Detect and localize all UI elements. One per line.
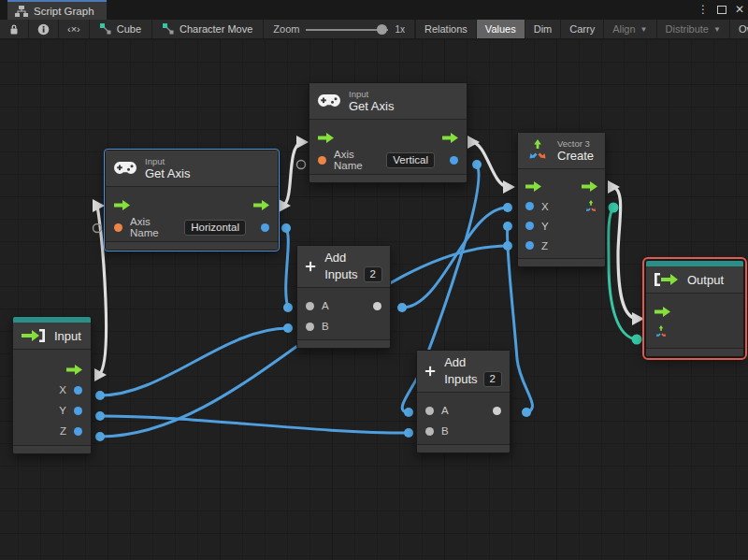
info-button[interactable] [29,20,59,38]
lock-button[interactable] [0,20,29,38]
control-in-arrow-vector3[interactable] [503,180,515,194]
zoom-slider-track [306,29,388,31]
wire-getaxis-h-to-add1-a[interactable] [286,228,289,308]
port-b[interactable] [425,427,434,436]
port-label-axis-name: Axis Name [130,216,177,238]
port-y[interactable] [74,407,82,415]
graph-icon [163,23,174,35]
axis-name-value-field[interactable]: Horizontal [184,220,246,236]
zoom-value: 1x [395,24,405,35]
breadcrumb-label: Cube [117,23,141,35]
node-add-1[interactable]: Add Inputs 2 A B [296,245,391,349]
values-button[interactable]: Values [477,20,525,38]
chevron-down-icon: ▼ [640,25,648,34]
string-port[interactable] [318,156,326,165]
node-output-event[interactable]: Output [645,260,744,357]
port-dot-vector3-x-in[interactable] [503,203,512,212]
port-dot-input-x-out[interactable] [95,391,105,400]
inputs-count-field[interactable]: 2 [364,266,382,282]
output-event-icon [654,272,679,287]
port-dot-add2-a-in[interactable] [404,408,413,417]
control-in-port-icon[interactable] [318,133,334,143]
axis-name-value-field[interactable]: Vertical [386,152,435,168]
tab-script-graph[interactable]: Script Graph [7,0,107,20]
info-icon [37,23,50,36]
wire-input-x-to-add1-b[interactable] [100,328,288,395]
graph-canvas[interactable]: Input X Y Z [0,39,748,560]
breadcrumb-character-move[interactable]: Character Move [152,20,264,38]
wire-add1-to-vector3-x[interactable] [402,208,508,308]
wire-control-getaxis-h-to-getaxis-v[interactable] [283,142,301,206]
port-dot-add1-a-in[interactable] [283,303,293,312]
control-out-arrow-getaxis-h[interactable] [279,199,291,212]
float-out-port[interactable] [261,223,269,232]
port-dot-vector3-z-in[interactable] [503,241,512,251]
port-y[interactable] [525,222,534,230]
node-input-event[interactable]: Input X Y Z [12,316,92,454]
port-dot-add2-sum-out[interactable] [522,408,531,417]
port-b[interactable] [306,323,314,331]
node-title: Add [324,251,382,265]
code-preview-button[interactable]: ‹×› [59,20,90,38]
more-menu-icon[interactable]: ⋮ [698,0,709,20]
sum-out-port[interactable] [493,407,501,415]
vector3-in-port-icon[interactable] [654,325,668,338]
port-dot-add1-sum-out[interactable] [397,303,407,312]
carry-button[interactable]: Carry [561,20,604,38]
relations-button[interactable]: Relations [416,20,477,38]
align-dropdown[interactable]: Align ▼ [604,20,656,38]
node-footer [309,174,467,182]
control-in-port-icon[interactable] [525,181,541,192]
sum-out-port[interactable] [373,302,381,310]
port-a[interactable] [425,407,434,415]
string-port[interactable] [114,223,122,232]
add-icon [424,357,436,385]
inputs-count-field[interactable]: 2 [483,371,502,387]
node-kind: Input [349,89,394,99]
zoom-slider-handle[interactable] [377,24,387,35]
zoom-slider[interactable] [306,20,388,39]
node-vector3-create[interactable]: Vector 3 Create X [517,132,606,267]
zoom-control: Zoom 1x [264,20,415,38]
control-out-port-icon[interactable] [582,181,597,192]
port-dot-getaxis-h-out[interactable] [281,223,291,233]
port-x[interactable] [74,386,82,395]
node-title: Output [687,273,724,287]
port-dot-add1-b-in[interactable] [283,323,293,333]
port-dot-vector3-value-out[interactable] [609,203,619,213]
control-out-port-icon[interactable] [66,365,82,375]
control-in-port-icon[interactable] [654,307,670,317]
control-in-arrow-getaxis-v[interactable] [296,136,309,149]
breadcrumb-cube[interactable]: Cube [90,20,152,38]
port-dot-vector3-y-in[interactable] [503,222,512,231]
dim-button[interactable]: Dim [525,20,562,38]
port-z[interactable] [525,241,534,250]
node-get-axis-horizontal[interactable]: Input Get Axis Axis Name Horizontal [105,150,279,251]
control-out-port-icon[interactable] [253,200,269,210]
port-dot-getaxis-v-out[interactable] [472,160,482,169]
port-x[interactable] [525,202,534,210]
node-title: Add [444,355,502,369]
port-dot-input-z-out[interactable] [95,432,105,441]
control-in-arrow-output[interactable] [632,312,644,325]
close-icon[interactable]: ✕ [735,0,744,20]
node-get-axis-vertical[interactable]: Input Get Axis Axis Name Vertical [309,82,468,183]
node-add-2[interactable]: Add Inputs 2 A B [416,350,511,453]
port-dot-output-value-in[interactable] [632,335,642,345]
node-footer [518,258,605,266]
port-dot-add2-b-in[interactable] [404,428,413,438]
port-label-a: A [441,405,449,416]
distribute-dropdown[interactable]: Distribute ▼ [657,20,730,38]
overview-button[interactable]: Overv [730,20,748,38]
maximize-icon[interactable] [717,6,726,14]
port-label-x: X [541,201,549,212]
control-in-port-icon[interactable] [114,200,130,210]
port-z[interactable] [74,427,82,436]
control-out-port-icon[interactable] [442,133,458,143]
vector3-out-port-icon[interactable] [584,200,597,213]
unconnected-port-circle-getaxis-v[interactable] [297,161,306,169]
float-out-port[interactable] [450,156,458,165]
port-label-x: X [59,384,66,395]
port-a[interactable] [306,302,314,310]
port-dot-input-y-out[interactable] [95,411,105,421]
